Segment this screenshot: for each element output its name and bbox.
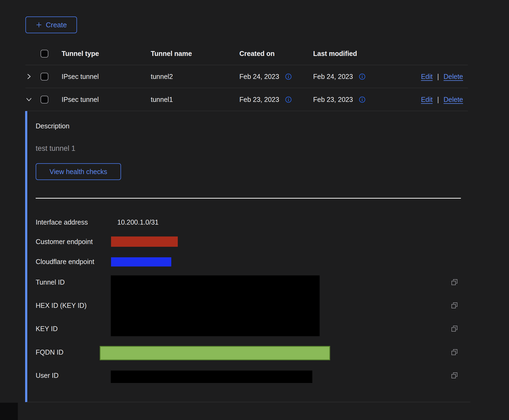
info-icon[interactable] [285, 73, 292, 80]
chevron-down-icon [25, 96, 32, 103]
edit-link[interactable]: Edit [421, 96, 433, 104]
customer-endpoint-redaction [111, 236, 178, 247]
header-last-modified: Last modified [313, 50, 397, 58]
description-label: Description [36, 122, 69, 130]
select-all-checkbox[interactable] [41, 50, 48, 58]
expanded-detail-panel: Description test tunnel 1 View health ch… [25, 111, 470, 402]
table-row-tunnel1: IPsec tunnel tunnel1 Feb 23, 2023 Feb 23… [25, 88, 468, 111]
copy-hex-id-button[interactable] [451, 302, 458, 309]
interface-address-value: 10.200.1.0/31 [117, 218, 159, 226]
tunnel-type-cell: IPsec tunnel [62, 73, 151, 81]
row-checkbox[interactable] [41, 96, 48, 104]
copy-icon [451, 348, 458, 356]
cloudflare-endpoint-redaction [111, 257, 171, 266]
header-tunnel-name: Tunnel name [151, 50, 239, 58]
user-id-redaction [111, 371, 312, 383]
info-icon[interactable] [359, 96, 366, 103]
last-modified-cell: Feb 23, 2023 [313, 96, 353, 104]
description-value: test tunnel 1 [36, 144, 75, 153]
plus-icon [35, 21, 42, 28]
last-modified-cell: Feb 24, 2023 [313, 73, 353, 81]
copy-fqdn-id-button[interactable] [451, 348, 458, 356]
row-checkbox[interactable] [41, 73, 48, 81]
section-divider [36, 198, 461, 199]
copy-icon [451, 278, 458, 286]
expand-row-button[interactable] [25, 73, 32, 80]
table-row-tunnel2: IPsec tunnel tunnel2 Feb 24, 2023 Feb 24… [25, 65, 468, 88]
cloudflare-endpoint-label: Cloudflare endpoint [36, 257, 94, 266]
created-on-cell: Feb 24, 2023 [239, 73, 279, 81]
header-created-on: Created on [239, 50, 313, 58]
delete-link[interactable]: Delete [444, 73, 463, 81]
key-id-label: KEY ID [36, 324, 58, 333]
fqdn-id-redaction [100, 346, 330, 360]
action-separator: | [437, 73, 439, 81]
delete-link[interactable]: Delete [444, 96, 463, 104]
copy-tunnel-id-button[interactable] [451, 278, 458, 286]
info-icon[interactable] [359, 73, 366, 80]
edit-link[interactable]: Edit [421, 73, 433, 81]
customer-endpoint-label: Customer endpoint [36, 237, 93, 246]
collapse-row-button[interactable] [25, 96, 32, 103]
tunnel-name-cell: tunnel1 [151, 96, 239, 104]
info-icon[interactable] [285, 96, 292, 103]
tunnel-id-label: Tunnel ID [36, 278, 65, 286]
chevron-right-icon [25, 73, 32, 80]
copy-icon [451, 302, 458, 309]
tunnels-table: Tunnel type Tunnel name Created on Last … [25, 42, 468, 402]
tunnel-type-cell: IPsec tunnel [62, 96, 151, 104]
table-header-row: Tunnel type Tunnel name Created on Last … [25, 42, 468, 65]
ids-redaction-block [111, 275, 320, 336]
header-tunnel-type: Tunnel type [62, 50, 151, 58]
view-health-checks-button[interactable]: View health checks [36, 163, 121, 180]
create-button[interactable]: Create [25, 16, 77, 33]
user-id-label: User ID [36, 371, 59, 380]
action-separator: | [437, 96, 439, 104]
copy-icon [451, 325, 458, 332]
tunnel-name-cell: tunnel2 [151, 73, 239, 81]
bottom-left-black-square [0, 403, 18, 420]
copy-icon [451, 372, 458, 379]
fqdn-id-label: FQDN ID [36, 348, 63, 356]
create-button-label: Create [46, 21, 67, 29]
copy-user-id-button[interactable] [451, 372, 458, 379]
interface-address-label: Interface address [36, 218, 88, 226]
hex-id-label: HEX ID (KEY ID) [36, 301, 86, 310]
created-on-cell: Feb 23, 2023 [239, 96, 279, 104]
copy-key-id-button[interactable] [451, 325, 458, 332]
